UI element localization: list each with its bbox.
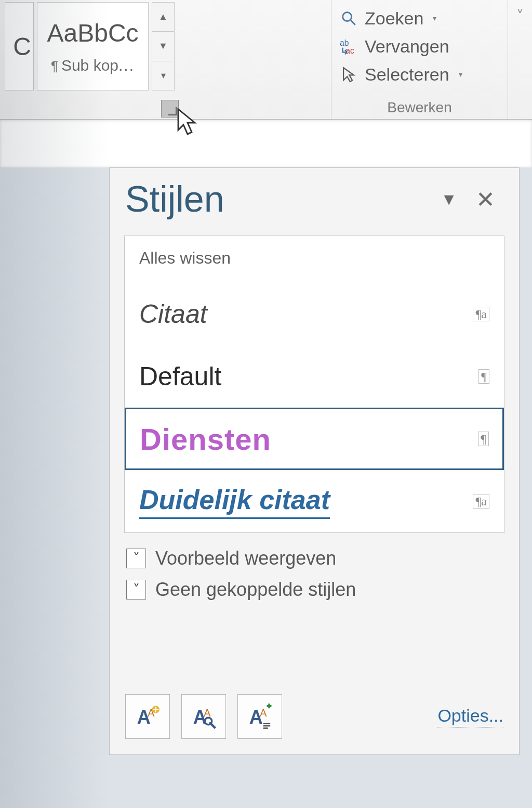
style-item-name: Diensten [140,422,478,457]
search-icon [340,9,357,27]
dropdown-arrow-icon: ▾ [433,14,436,22]
styles-gallery-items: C AaBbCc ¶Sub kop... [5,2,149,90]
style-type-icon: ¶a [473,494,489,509]
replace-label: Vervangen [365,36,449,57]
checkbox-preview[interactable]: ˅ Voorbeeld weergeven [126,548,504,569]
gallery-item-preview: AaBbCc [47,19,138,47]
checkbox-linked-label: Geen gekoppelde stijlen [155,579,356,601]
paragraph-mark-icon: ¶ [51,58,58,74]
svg-line-1 [351,20,355,25]
style-item-citaat[interactable]: Citaat ¶a [125,283,504,345]
style-item-default[interactable]: Default ¶ [125,345,504,408]
style-type-icon: ¶a [473,307,489,321]
manage-styles-icon: A A [246,702,274,731]
svg-text:A: A [260,707,267,719]
new-style-button[interactable]: A A [125,694,170,739]
pane-checkboxes: ˅ Voorbeeld weergeven ˅ Geen gekoppelde … [126,548,504,601]
svg-text:ac: ac [345,46,354,55]
dropdown-arrow-icon: ▾ [459,70,462,79]
gallery-item-preview: C [13,32,31,61]
clear-all-button[interactable]: Alles wissen [125,236,504,283]
gallery-item-subkop[interactable]: AaBbCc ¶Sub kop... [37,2,149,90]
find-button[interactable]: Zoeken ▾ [337,4,502,32]
gallery-item-partial[interactable]: C [5,2,34,90]
styles-pane: Stijlen ▼ ✕ Alles wissen Citaat ¶a Defau… [109,167,520,755]
styles-pane-header: Stijlen ▼ ✕ [110,168,519,230]
checkbox-icon: ˅ [126,549,146,568]
select-label: Selecteren [365,64,449,85]
checkbox-preview-label: Voorbeeld weergeven [155,548,336,569]
style-item-duidelijk-citaat[interactable]: Duidelijk citaat ¶a [125,470,504,532]
ellipsis-icon: ... [118,57,135,74]
style-item-name: Citaat [139,299,473,329]
styles-pane-title: Stijlen [125,178,431,220]
gallery-item-label: ¶Sub kop... [51,57,135,74]
style-list: Alles wissen Citaat ¶a Default ¶ Dienste… [124,236,504,533]
gallery-scrollbar: ▲ ▼ ▾ [152,2,175,90]
style-item-diensten-selected[interactable]: Diensten ¶ [125,408,504,470]
cursor-arrow-icon [340,66,357,83]
style-item-name: Default [139,361,478,392]
options-link-label: Opties... [437,706,503,725]
style-type-icon: ¶ [478,369,489,384]
editing-group-caption: Bewerken [337,99,502,118]
select-button[interactable]: Selecteren ▾ [337,60,502,88]
gallery-scroll-up[interactable]: ▲ [152,3,174,32]
manage-styles-button[interactable]: A A [237,694,282,739]
new-style-icon: A A [134,702,162,731]
editing-group: Zoeken ▾ ab ac Vervangen Selecteren ▾ Be… [331,0,508,119]
checkbox-icon: ˅ [126,580,146,600]
replace-icon: ab ac [340,37,357,55]
svg-text:A: A [204,707,211,719]
document-area[interactable] [0,120,532,167]
gallery-item-label-text: Sub kop [61,57,118,74]
clear-all-label: Alles wissen [139,249,231,268]
styles-dialog-launcher[interactable] [161,100,179,118]
replace-button[interactable]: ab ac Vervangen [337,32,502,60]
options-link[interactable]: Opties... [437,706,503,727]
checkbox-linked-styles[interactable]: ˅ Geen gekoppelde stijlen [126,579,504,601]
styles-pane-dropdown[interactable]: ▼ [431,181,467,217]
style-type-icon: ¶ [478,432,489,446]
styles-pane-close[interactable]: ✕ [467,181,503,217]
style-inspector-icon: A A [190,702,218,731]
gallery-scroll-down[interactable]: ▼ [152,32,174,61]
ribbon: C AaBbCc ¶Sub kop... ▲ ▼ ▾ Zoeken ▾ ab a… [0,0,532,120]
svg-text:ab: ab [340,38,349,47]
style-item-name: Duidelijk citaat [139,484,330,519]
gallery-expand[interactable]: ▾ [152,61,174,90]
style-inspector-button[interactable]: A A [181,694,226,739]
svg-point-0 [343,12,352,21]
find-label: Zoeken [365,8,423,29]
ribbon-collapse-button[interactable]: ˅ [508,0,532,24]
pane-footer: A A A A A A Opties... [110,682,519,754]
